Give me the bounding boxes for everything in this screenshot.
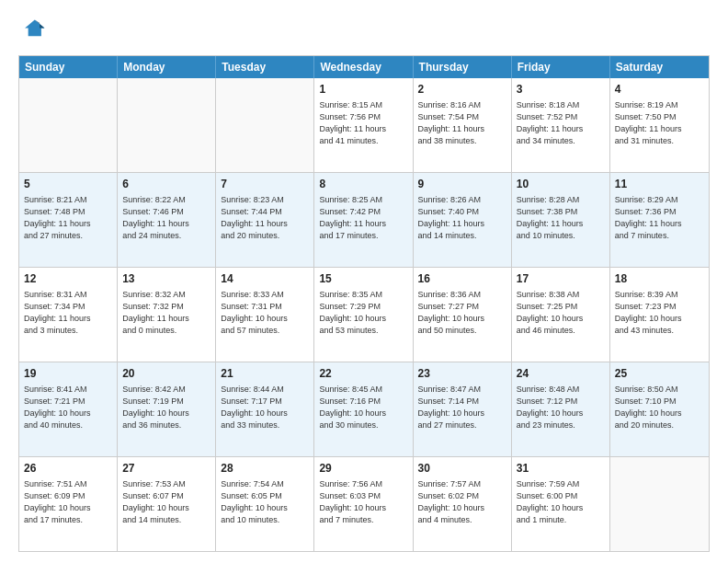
day-cell-16: 16Sunrise: 8:36 AM Sunset: 7:27 PM Dayli…	[414, 268, 512, 362]
day-number: 23	[418, 366, 506, 382]
day-number: 22	[319, 366, 407, 382]
day-cell-31: 31Sunrise: 7:59 AM Sunset: 6:00 PM Dayli…	[512, 457, 610, 551]
header-day-sunday: Sunday	[19, 56, 118, 78]
day-info: Sunrise: 8:16 AM Sunset: 7:54 PM Dayligh…	[418, 99, 506, 147]
day-info: Sunrise: 7:57 AM Sunset: 6:02 PM Dayligh…	[418, 478, 506, 526]
header-day-saturday: Saturday	[610, 56, 709, 78]
day-number: 10	[517, 177, 605, 192]
day-info: Sunrise: 8:33 AM Sunset: 7:31 PM Dayligh…	[221, 289, 309, 337]
calendar-row-4: 26Sunrise: 7:51 AM Sunset: 6:09 PM Dayli…	[19, 456, 709, 551]
day-number: 16	[418, 271, 506, 287]
day-number: 25	[615, 366, 704, 382]
empty-cell	[19, 78, 118, 172]
calendar-row-3: 19Sunrise: 8:41 AM Sunset: 7:21 PM Dayli…	[19, 362, 709, 456]
day-cell-28: 28Sunrise: 7:54 AM Sunset: 6:05 PM Dayli…	[216, 457, 314, 551]
day-number: 5	[24, 177, 112, 192]
day-cell-5: 5Sunrise: 8:21 AM Sunset: 7:48 PM Daylig…	[19, 173, 118, 267]
empty-cell	[610, 457, 709, 551]
day-info: Sunrise: 8:50 AM Sunset: 7:10 PM Dayligh…	[615, 384, 704, 431]
day-number: 4	[615, 82, 704, 98]
calendar-header: SundayMondayTuesdayWednesdayThursdayFrid…	[19, 56, 709, 78]
day-info: Sunrise: 8:41 AM Sunset: 7:21 PM Dayligh…	[24, 384, 112, 431]
day-info: Sunrise: 8:39 AM Sunset: 7:23 PM Dayligh…	[615, 289, 704, 337]
day-cell-3: 3Sunrise: 8:18 AM Sunset: 7:52 PM Daylig…	[512, 78, 610, 172]
day-cell-29: 29Sunrise: 7:56 AM Sunset: 6:03 PM Dayli…	[314, 457, 413, 551]
day-number: 26	[24, 461, 112, 477]
day-cell-9: 9Sunrise: 8:26 AM Sunset: 7:40 PM Daylig…	[414, 173, 512, 267]
day-info: Sunrise: 7:56 AM Sunset: 6:03 PM Dayligh…	[319, 478, 407, 526]
day-number: 15	[319, 271, 407, 287]
logo	[18, 17, 51, 46]
day-info: Sunrise: 8:15 AM Sunset: 7:56 PM Dayligh…	[319, 99, 407, 147]
day-number: 24	[517, 366, 605, 382]
day-number: 21	[221, 366, 309, 382]
header-day-friday: Friday	[512, 56, 610, 78]
day-info: Sunrise: 7:53 AM Sunset: 6:07 PM Dayligh…	[122, 478, 210, 526]
day-number: 14	[221, 271, 309, 287]
day-cell-25: 25Sunrise: 8:50 AM Sunset: 7:10 PM Dayli…	[610, 362, 709, 456]
day-number: 29	[319, 461, 407, 477]
day-number: 8	[319, 177, 407, 192]
day-info: Sunrise: 7:51 AM Sunset: 6:09 PM Dayligh…	[24, 478, 112, 526]
day-info: Sunrise: 7:59 AM Sunset: 6:00 PM Dayligh…	[517, 478, 605, 526]
day-cell-6: 6Sunrise: 8:22 AM Sunset: 7:46 PM Daylig…	[118, 173, 216, 267]
header-day-monday: Monday	[118, 56, 216, 78]
day-number: 27	[122, 461, 210, 477]
calendar-row-1: 5Sunrise: 8:21 AM Sunset: 7:48 PM Daylig…	[19, 172, 709, 267]
day-cell-11: 11Sunrise: 8:29 AM Sunset: 7:36 PM Dayli…	[610, 173, 709, 267]
day-cell-19: 19Sunrise: 8:41 AM Sunset: 7:21 PM Dayli…	[19, 362, 118, 456]
day-cell-20: 20Sunrise: 8:42 AM Sunset: 7:19 PM Dayli…	[118, 362, 216, 456]
day-number: 19	[24, 366, 112, 382]
day-info: Sunrise: 8:36 AM Sunset: 7:27 PM Dayligh…	[418, 289, 506, 337]
page: SundayMondayTuesdayWednesdayThursdayFrid…	[0, 0, 728, 563]
day-info: Sunrise: 8:32 AM Sunset: 7:32 PM Dayligh…	[122, 289, 210, 337]
day-info: Sunrise: 8:42 AM Sunset: 7:19 PM Dayligh…	[122, 384, 210, 431]
calendar-row-0: 1Sunrise: 8:15 AM Sunset: 7:56 PM Daylig…	[19, 78, 709, 172]
svg-marker-0	[25, 20, 44, 37]
empty-cell	[216, 78, 314, 172]
day-number: 1	[319, 82, 407, 98]
day-info: Sunrise: 8:28 AM Sunset: 7:38 PM Dayligh…	[517, 194, 605, 242]
day-cell-4: 4Sunrise: 8:19 AM Sunset: 7:50 PM Daylig…	[610, 78, 709, 172]
day-cell-10: 10Sunrise: 8:28 AM Sunset: 7:38 PM Dayli…	[512, 173, 610, 267]
header-day-wednesday: Wednesday	[314, 56, 413, 78]
calendar-row-2: 12Sunrise: 8:31 AM Sunset: 7:34 PM Dayli…	[19, 267, 709, 362]
empty-cell	[118, 78, 216, 172]
logo-icon	[18, 17, 48, 46]
day-number: 9	[418, 177, 506, 192]
day-cell-14: 14Sunrise: 8:33 AM Sunset: 7:31 PM Dayli…	[216, 268, 314, 362]
day-number: 30	[418, 461, 506, 477]
day-info: Sunrise: 8:35 AM Sunset: 7:29 PM Dayligh…	[319, 289, 407, 337]
day-number: 3	[517, 82, 605, 98]
day-info: Sunrise: 8:29 AM Sunset: 7:36 PM Dayligh…	[615, 194, 704, 242]
day-number: 12	[24, 271, 112, 287]
day-info: Sunrise: 8:44 AM Sunset: 7:17 PM Dayligh…	[221, 384, 309, 431]
day-info: Sunrise: 8:22 AM Sunset: 7:46 PM Dayligh…	[122, 194, 210, 242]
day-number: 20	[122, 366, 210, 382]
calendar: SundayMondayTuesdayWednesdayThursdayFrid…	[18, 55, 710, 552]
day-info: Sunrise: 8:45 AM Sunset: 7:16 PM Dayligh…	[319, 384, 407, 431]
day-cell-2: 2Sunrise: 8:16 AM Sunset: 7:54 PM Daylig…	[414, 78, 512, 172]
day-info: Sunrise: 8:19 AM Sunset: 7:50 PM Dayligh…	[615, 99, 704, 147]
day-cell-12: 12Sunrise: 8:31 AM Sunset: 7:34 PM Dayli…	[19, 268, 118, 362]
header-day-thursday: Thursday	[414, 56, 512, 78]
day-number: 2	[418, 82, 506, 98]
day-info: Sunrise: 8:25 AM Sunset: 7:42 PM Dayligh…	[319, 194, 407, 242]
day-number: 18	[615, 271, 704, 287]
header	[18, 17, 710, 46]
day-cell-21: 21Sunrise: 8:44 AM Sunset: 7:17 PM Dayli…	[216, 362, 314, 456]
day-cell-27: 27Sunrise: 7:53 AM Sunset: 6:07 PM Dayli…	[118, 457, 216, 551]
calendar-body: 1Sunrise: 8:15 AM Sunset: 7:56 PM Daylig…	[19, 78, 709, 551]
day-info: Sunrise: 8:31 AM Sunset: 7:34 PM Dayligh…	[24, 289, 112, 337]
day-number: 31	[517, 461, 605, 477]
day-number: 13	[122, 271, 210, 287]
day-cell-1: 1Sunrise: 8:15 AM Sunset: 7:56 PM Daylig…	[314, 78, 413, 172]
day-cell-15: 15Sunrise: 8:35 AM Sunset: 7:29 PM Dayli…	[314, 268, 413, 362]
day-number: 11	[615, 177, 704, 192]
day-cell-22: 22Sunrise: 8:45 AM Sunset: 7:16 PM Dayli…	[314, 362, 413, 456]
day-info: Sunrise: 8:18 AM Sunset: 7:52 PM Dayligh…	[517, 99, 605, 147]
day-info: Sunrise: 8:26 AM Sunset: 7:40 PM Dayligh…	[418, 194, 506, 242]
day-info: Sunrise: 8:48 AM Sunset: 7:12 PM Dayligh…	[517, 384, 605, 431]
day-cell-17: 17Sunrise: 8:38 AM Sunset: 7:25 PM Dayli…	[512, 268, 610, 362]
day-info: Sunrise: 8:21 AM Sunset: 7:48 PM Dayligh…	[24, 194, 112, 242]
